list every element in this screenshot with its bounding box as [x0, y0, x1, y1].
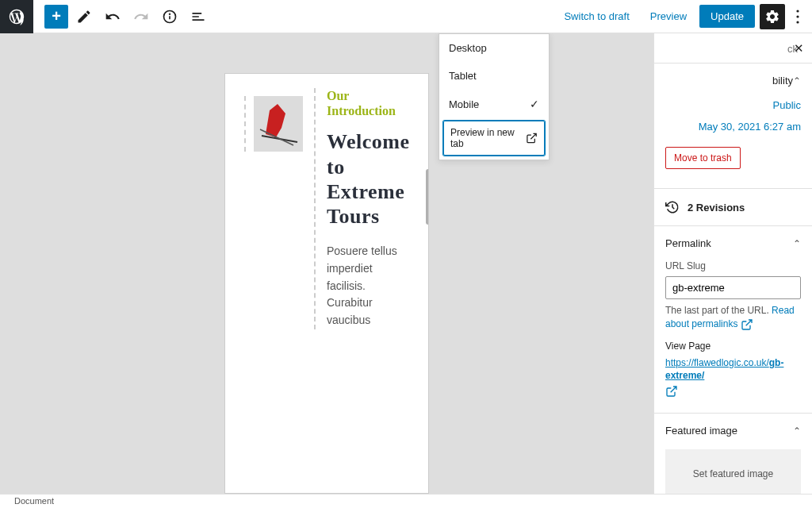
edit-mode-icon[interactable]: [71, 4, 97, 29]
footer-breadcrumb: Document: [0, 494, 812, 508]
svg-point-2: [170, 13, 170, 14]
undo-icon[interactable]: [100, 4, 125, 29]
revisions-button[interactable]: 2 Revisions: [654, 189, 812, 226]
panel-title: Permalink: [665, 237, 711, 249]
settings-button[interactable]: [760, 4, 785, 29]
panel-title-partial: bility: [665, 75, 793, 87]
breadcrumb-label: Document: [14, 496, 54, 506]
toolbar-right-group: Switch to draft Preview Update: [556, 4, 806, 29]
preview-option-tablet[interactable]: Tablet: [439, 62, 549, 90]
preview-option-desktop[interactable]: Desktop: [439, 34, 549, 62]
set-featured-image-button[interactable]: Set featured image: [665, 449, 801, 494]
url-slug-label: URL Slug: [665, 260, 801, 271]
slug-help-text: The last part of the URL. Read about per…: [665, 304, 801, 331]
preview-content: Our Introduction Welcome to Extreme Tour…: [225, 74, 428, 344]
preview-image-column: [239, 88, 316, 329]
preview-new-tab-button[interactable]: Preview in new tab: [443, 121, 545, 156]
preview-option-label: Tablet: [449, 70, 477, 82]
panel-body-permalink: URL Slug The last part of the URL. Read …: [654, 260, 812, 413]
mobile-preview-frame: Our Introduction Welcome to Extreme Tour…: [224, 73, 429, 494]
wordpress-logo[interactable]: [0, 0, 33, 33]
preview-option-mobile[interactable]: Mobile ✓: [439, 90, 549, 118]
history-icon: [665, 200, 680, 214]
visibility-value[interactable]: Public: [773, 99, 801, 111]
info-icon[interactable]: [157, 4, 182, 29]
chevron-up-icon: ⌃: [793, 238, 801, 249]
switch-to-draft-button[interactable]: Switch to draft: [556, 6, 637, 27]
skier-image[interactable]: [254, 96, 303, 152]
add-block-button[interactable]: +: [44, 5, 68, 29]
external-link-icon: [741, 318, 753, 331]
main-area: Our Introduction Welcome to Extreme Tour…: [0, 33, 812, 494]
panel-header-permalink[interactable]: Permalink ⌃: [654, 226, 812, 260]
preview-button[interactable]: Preview: [642, 6, 695, 27]
view-page-label: View Page: [665, 341, 801, 352]
url-slug-input[interactable]: [665, 276, 801, 299]
redo-icon: [128, 4, 154, 29]
external-link-icon: [665, 385, 678, 398]
panel-header-visibility[interactable]: bility ⌃: [654, 64, 812, 98]
check-icon: ✓: [530, 98, 539, 110]
scrollbar[interactable]: [426, 169, 429, 225]
preview-option-label: Mobile: [449, 98, 479, 110]
list-view-icon[interactable]: [186, 4, 211, 29]
preview-text-column: Our Introduction Welcome to Extreme Tour…: [327, 88, 414, 329]
svg-point-4: [796, 15, 799, 17]
move-to-trash-button[interactable]: Move to trash: [665, 147, 741, 169]
panel-body-visibility: Public May 30, 2021 6:27 am Move to tras…: [654, 98, 812, 188]
panel-permalink: Permalink ⌃ URL Slug The last part of th…: [654, 226, 812, 414]
toolbar-left-group: +: [6, 0, 211, 33]
publish-date[interactable]: May 30, 2021 6:27 am: [699, 121, 801, 133]
preview-option-label: Desktop: [449, 42, 487, 54]
panel-body-featured: Set featured image: [654, 449, 812, 494]
revisions-label: 2 Revisions: [688, 202, 745, 214]
external-link-icon: [526, 132, 538, 144]
close-icon[interactable]: ✕: [794, 41, 804, 56]
panel-title: Featured image: [665, 425, 737, 437]
panel-status-visibility: bility ⌃ Public May 30, 2021 6:27 am Mov…: [654, 64, 812, 189]
panel-header-featured[interactable]: Featured image ⌃: [654, 414, 812, 448]
more-options-icon[interactable]: [790, 4, 806, 29]
preview-body-text[interactable]: Posuere tellus imperdiet facilisis. Cura…: [327, 243, 414, 329]
preview-heading[interactable]: Welcome to Extreme Tours: [327, 129, 414, 229]
editor-toolbar: + Switch to draft Preview Update: [0, 0, 812, 33]
intro-label[interactable]: Our Introduction: [327, 88, 414, 118]
update-button[interactable]: Update: [699, 5, 755, 28]
view-page-url-link[interactable]: https://flawedlogic.co.uk/gb-extreme/: [665, 357, 783, 382]
chevron-up-icon: ⌃: [793, 75, 801, 87]
preview-dropdown-menu: Desktop Tablet Mobile ✓ Preview in new t…: [439, 33, 550, 160]
svg-point-5: [796, 21, 799, 23]
preview-new-tab-label: Preview in new tab: [450, 127, 526, 149]
sidebar-tabs: ck ✕: [654, 33, 812, 64]
svg-point-3: [796, 10, 799, 12]
panel-featured-image: Featured image ⌃ Set featured image: [654, 414, 812, 494]
chevron-up-icon: ⌃: [793, 425, 801, 437]
settings-sidebar: ck ✕ bility ⌃ Public May 30, 2021 6:27 a…: [653, 33, 812, 494]
canvas-area: Our Introduction Welcome to Extreme Tour…: [0, 33, 653, 494]
